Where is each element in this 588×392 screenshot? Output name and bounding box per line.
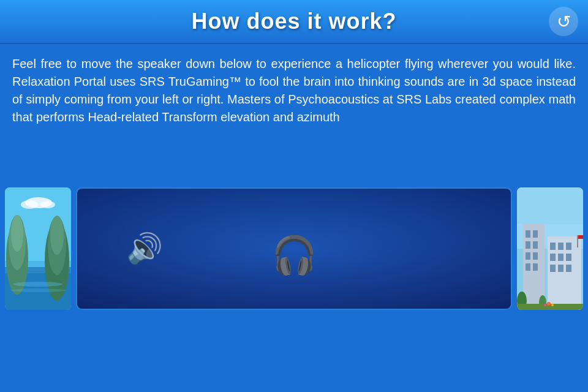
- svg-rect-21: [533, 241, 538, 249]
- svg-point-11: [10, 288, 66, 292]
- svg-rect-32: [566, 254, 571, 261]
- page-title: How does it work?: [191, 9, 396, 34]
- bottom-section: 🔊 🎧: [0, 179, 588, 318]
- svg-rect-22: [526, 252, 530, 260]
- svg-rect-29: [566, 243, 571, 250]
- svg-point-42: [551, 304, 554, 306]
- svg-rect-34: [558, 265, 564, 272]
- svg-point-43: [544, 304, 546, 306]
- content-area: Feel free to move the speaker down below…: [0, 44, 588, 179]
- svg-rect-36: [577, 235, 578, 247]
- svg-rect-23: [533, 252, 538, 260]
- svg-rect-24: [526, 263, 530, 271]
- svg-point-9: [50, 216, 64, 255]
- refresh-icon: ↺: [557, 12, 571, 32]
- header: How does it work? ↺: [0, 0, 588, 44]
- svg-rect-31: [558, 254, 564, 261]
- left-scene: [5, 187, 71, 310]
- svg-rect-28: [558, 243, 564, 250]
- svg-rect-25: [533, 263, 538, 271]
- right-scene: [517, 187, 583, 310]
- left-landscape-panel: [5, 187, 71, 310]
- svg-rect-18: [526, 230, 530, 238]
- headphone-icon: 🎧: [271, 233, 317, 276]
- svg-rect-35: [566, 265, 571, 272]
- description-text: Feel free to move the speaker down below…: [12, 55, 576, 126]
- svg-rect-30: [550, 254, 556, 261]
- svg-point-10: [13, 282, 62, 287]
- svg-point-41: [547, 302, 551, 306]
- svg-rect-37: [578, 235, 583, 239]
- svg-rect-20: [526, 241, 530, 249]
- svg-point-14: [40, 201, 55, 208]
- svg-rect-19: [533, 230, 538, 238]
- svg-point-13: [21, 200, 38, 209]
- refresh-button[interactable]: ↺: [549, 7, 578, 36]
- svg-rect-44: [517, 187, 583, 224]
- svg-point-6: [11, 215, 23, 252]
- right-landscape-panel: [517, 187, 583, 310]
- svg-rect-27: [550, 243, 556, 250]
- center-audio-panel[interactable]: 🔊 🎧: [76, 187, 512, 310]
- svg-rect-33: [550, 265, 556, 272]
- speaker-icon: 🔊: [126, 232, 163, 266]
